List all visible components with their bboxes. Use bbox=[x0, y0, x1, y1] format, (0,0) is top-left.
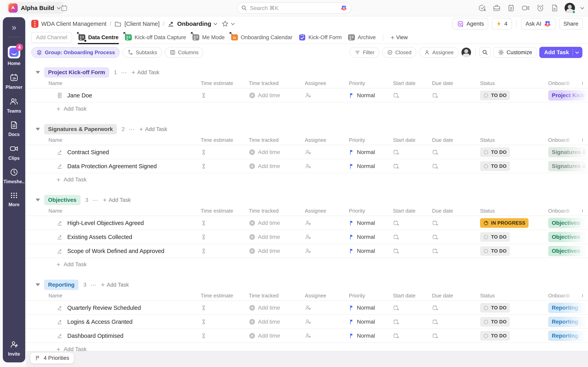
priority-cell[interactable]: Normal bbox=[349, 305, 393, 311]
group-add-task-button[interactable]: +Add Task bbox=[103, 196, 131, 204]
task-name-cell[interactable]: Contract Signed bbox=[26, 149, 201, 156]
search-list-button[interactable] bbox=[479, 47, 491, 58]
sidebar-invite[interactable]: Invite bbox=[8, 340, 20, 357]
group-name-pill[interactable]: Project Kick-off Form bbox=[44, 67, 109, 78]
status-badge[interactable]: TO DO bbox=[480, 147, 510, 157]
start-date-cell[interactable] bbox=[393, 92, 432, 99]
sidebar-expand-icon[interactable]: » bbox=[12, 23, 16, 32]
due-date-cell[interactable] bbox=[432, 234, 480, 240]
column-header-time-estimate[interactable]: Time estimate bbox=[201, 80, 249, 86]
group-menu-icon[interactable]: ⋯ bbox=[90, 281, 97, 288]
ai-credits-button[interactable]: 4 bbox=[492, 18, 512, 30]
start-date-cell[interactable] bbox=[393, 248, 432, 254]
time-tracked-cell[interactable]: Add time bbox=[249, 92, 305, 99]
start-date-cell[interactable] bbox=[393, 163, 432, 169]
time-tracked-cell[interactable]: Add time bbox=[249, 163, 305, 170]
time-estimate-cell[interactable] bbox=[201, 248, 249, 254]
column-header-time-tracked[interactable]: Time tracked bbox=[249, 137, 305, 143]
due-date-cell[interactable] bbox=[432, 149, 480, 155]
time-tracked-cell[interactable]: Add time bbox=[249, 149, 305, 156]
due-date-cell[interactable] bbox=[432, 220, 480, 226]
priorities-pill[interactable]: 4 Priorities bbox=[30, 352, 74, 364]
group-by-pill[interactable]: Group: Onboarding Process bbox=[31, 47, 120, 58]
chevron-down-icon[interactable] bbox=[580, 6, 584, 9]
closed-pill[interactable]: Closed bbox=[382, 47, 416, 58]
status-badge[interactable]: TO DO bbox=[480, 317, 510, 327]
start-date-cell[interactable] bbox=[393, 234, 432, 240]
column-header-status[interactable]: Status bbox=[480, 208, 548, 214]
add-task-row[interactable]: + Add Task bbox=[26, 102, 588, 115]
agents-button[interactable]: Agents bbox=[452, 18, 488, 30]
breadcrumb-space[interactable]: WDA Client Management bbox=[41, 21, 107, 27]
column-header-name[interactable]: Name bbox=[26, 80, 201, 86]
status-badge[interactable]: TO DO bbox=[480, 232, 510, 242]
column-header-status[interactable]: Status bbox=[480, 80, 548, 86]
column-header-onboarding[interactable]: Onboardi bbox=[548, 292, 588, 299]
column-header-status[interactable]: Status bbox=[480, 292, 548, 299]
task-name-cell[interactable]: Dashboard Optimised bbox=[26, 333, 201, 339]
start-date-cell[interactable] bbox=[393, 220, 432, 226]
column-header-start-date[interactable]: Start date bbox=[393, 137, 432, 143]
tab-archive[interactable]: Archive bbox=[348, 31, 376, 44]
priority-cell[interactable]: Normal bbox=[349, 220, 393, 226]
column-header-due-date[interactable]: Due date bbox=[432, 80, 480, 86]
notepad-icon[interactable] bbox=[507, 4, 515, 12]
add-task-row[interactable]: + Add Task bbox=[26, 343, 588, 351]
column-header-status[interactable]: Status bbox=[480, 137, 548, 143]
ask-ai-button[interactable]: Ask AI bbox=[521, 18, 556, 30]
column-header-time-estimate[interactable]: Time estimate bbox=[201, 208, 249, 214]
column-header-onboarding[interactable]: Onboardi bbox=[548, 207, 588, 214]
filter-pill[interactable]: Filter bbox=[350, 47, 379, 58]
assignee-cell[interactable] bbox=[305, 319, 349, 325]
sidebar-item-timesheets[interactable]: Timeshe.. bbox=[3, 168, 25, 184]
workspace-switcher[interactable]: Alpha Build bbox=[7, 2, 64, 14]
tab-kickoff-data-capture[interactable]: Kick-off Data Capture bbox=[125, 31, 186, 44]
column-header-priority[interactable]: Priority bbox=[349, 292, 393, 299]
calendar-button[interactable] bbox=[60, 4, 68, 12]
priority-cell[interactable]: Normal bbox=[349, 333, 393, 339]
briefcase-icon[interactable] bbox=[493, 4, 501, 12]
time-estimate-cell[interactable] bbox=[201, 319, 249, 325]
onboarding-tag[interactable]: Reporting bbox=[548, 331, 588, 341]
group-name-pill[interactable]: Signatures & Paperwork bbox=[44, 124, 117, 134]
tab-onboarding-calendar[interactable]: 31 Onboarding Calendar bbox=[231, 31, 292, 44]
assignee-cell[interactable] bbox=[305, 248, 349, 254]
doc-icon[interactable] bbox=[551, 4, 559, 12]
status-badge[interactable]: TO DO bbox=[480, 303, 510, 313]
start-date-cell[interactable] bbox=[393, 149, 432, 155]
time-tracked-cell[interactable]: Add time bbox=[249, 248, 305, 254]
add-task-row[interactable]: + Add Task bbox=[26, 258, 588, 271]
assignee-cell[interactable] bbox=[305, 92, 349, 99]
group-menu-icon[interactable]: ⋯ bbox=[121, 69, 128, 76]
column-header-priority[interactable]: Priority bbox=[349, 80, 393, 86]
add-channel-button[interactable]: Add Channel bbox=[31, 32, 72, 43]
time-tracked-cell[interactable]: Add time bbox=[249, 220, 305, 226]
columns-pill[interactable]: Columns bbox=[165, 47, 203, 58]
ai-flower-icon[interactable] bbox=[340, 5, 347, 11]
customize-button[interactable]: Customize bbox=[493, 47, 537, 58]
column-header-onboarding[interactable]: Onboardi bbox=[548, 80, 588, 87]
collapse-caret-icon[interactable] bbox=[36, 71, 40, 74]
time-estimate-cell[interactable] bbox=[201, 220, 249, 226]
column-header-name[interactable]: Name bbox=[26, 137, 201, 143]
time-estimate-cell[interactable] bbox=[201, 163, 249, 169]
collapse-caret-icon[interactable] bbox=[36, 284, 40, 286]
column-header-start-date[interactable]: Start date bbox=[393, 80, 432, 86]
chevron-down-icon[interactable] bbox=[214, 21, 217, 25]
due-date-cell[interactable] bbox=[432, 92, 480, 99]
priority-cell[interactable]: Normal bbox=[349, 163, 393, 169]
task-name-cell[interactable]: High-Level Objectives Agreed bbox=[26, 220, 201, 226]
column-header-due-date[interactable]: Due date bbox=[432, 137, 480, 143]
start-date-cell[interactable] bbox=[393, 333, 432, 339]
due-date-cell[interactable] bbox=[432, 163, 480, 169]
time-tracked-cell[interactable]: Add time bbox=[249, 304, 305, 311]
time-estimate-cell[interactable] bbox=[201, 305, 249, 311]
group-add-task-button[interactable]: +Add Task bbox=[132, 69, 159, 76]
assignee-pill[interactable]: Assignee bbox=[419, 47, 459, 58]
clip-record-icon[interactable] bbox=[521, 4, 530, 12]
column-header-onboarding[interactable]: Onboardi bbox=[548, 137, 588, 143]
column-header-due-date[interactable]: Due date bbox=[432, 292, 480, 299]
priority-cell[interactable]: Normal bbox=[349, 319, 393, 325]
task-name-cell[interactable]: Existing Assets Collected bbox=[26, 234, 201, 240]
add-task-button[interactable]: Add Task bbox=[539, 47, 582, 58]
